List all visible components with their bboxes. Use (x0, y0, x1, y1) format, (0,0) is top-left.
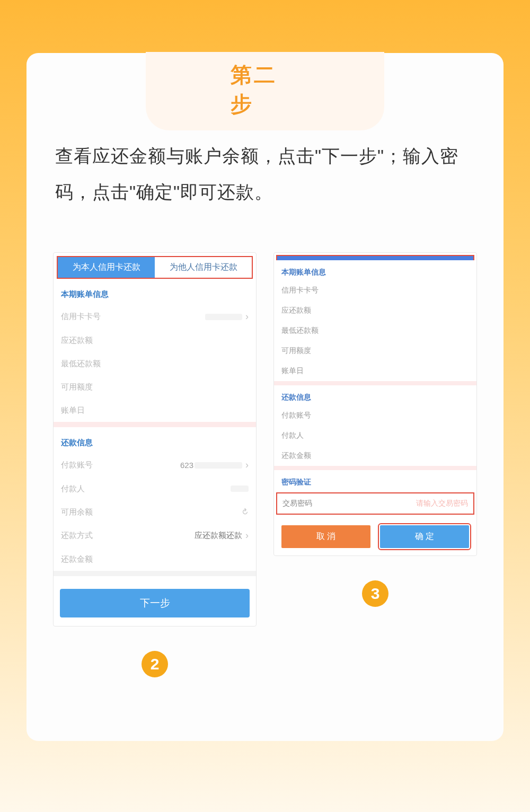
row-card-number: 信用卡卡号 (274, 280, 476, 301)
section-repay-info: 还款信息 (54, 427, 256, 453)
screenshot-3: 本期账单信息 信用卡卡号 应还款额 最低还款额 可用额度 账单日 还款信息 付款… (273, 252, 477, 677)
due-amount-label: 应还款额 (61, 336, 249, 346)
row-avail-credit: 可用额度 (54, 375, 256, 399)
button-row: 取 消 确 定 (274, 515, 476, 555)
bill-day-label: 账单日 (281, 366, 304, 376)
card-number-label: 信用卡卡号 (61, 312, 205, 322)
divider (274, 466, 476, 470)
header-bar (276, 255, 474, 260)
chevron-right-icon: › (245, 460, 249, 471)
repay-method-value: 应还款额还款 (195, 531, 242, 541)
phone-left: 为本人信用卡还款 为他人信用卡还款 本期账单信息 信用卡卡号 › 应还款额 最低… (53, 252, 257, 626)
row-due-amount: 应还款额 (274, 301, 476, 321)
screenshot-2: 为本人信用卡还款 为他人信用卡还款 本期账单信息 信用卡卡号 › 应还款额 最低… (53, 252, 257, 677)
due-amount-label: 应还款额 (281, 306, 311, 315)
next-button[interactable]: 下一步 (60, 589, 250, 617)
row-bill-day: 账单日 (54, 399, 256, 422)
divider (274, 381, 476, 385)
section-bill-info: 本期账单信息 (54, 279, 256, 305)
phone-right: 本期账单信息 信用卡卡号 应还款额 最低还款额 可用额度 账单日 还款信息 付款… (273, 252, 477, 556)
row-repay-amount: 还款金额 (54, 548, 256, 571)
repay-tabs: 为本人信用卡还款 为他人信用卡还款 (57, 256, 253, 279)
tab-self-card[interactable]: 为本人信用卡还款 (58, 257, 155, 278)
refresh-icon[interactable]: ↻ (240, 506, 251, 518)
avail-balance-label: 可用余额 (61, 507, 238, 517)
avail-credit-label: 可用额度 (61, 382, 249, 392)
row-bill-day: 账单日 (274, 361, 476, 381)
section-repay-info: 还款信息 (274, 385, 476, 405)
row-min-due: 最低还款额 (54, 352, 256, 375)
instruction-card: 第二步 查看应还金额与账户余额，点击"下一步"；输入密码，点击"确定"即可还款。… (26, 53, 504, 741)
row-payer: 付款人 (274, 426, 476, 446)
row-pay-account[interactable]: 付款账号 623 › (54, 453, 256, 477)
row-card-number[interactable]: 信用卡卡号 › (54, 305, 256, 329)
tab-other-card[interactable]: 为他人信用卡还款 (155, 257, 252, 278)
step-circle-2: 2 (142, 651, 168, 677)
password-placeholder: 请输入交易密码 (312, 499, 468, 508)
payer-label: 付款人 (61, 484, 231, 494)
step-circle-3: 3 (362, 580, 388, 607)
section-password-verify: 密码验证 (274, 470, 476, 490)
password-label: 交易密码 (282, 499, 312, 508)
repay-amount-label: 还款金额 (281, 451, 311, 461)
transaction-password-field[interactable]: 交易密码 请输入交易密码 (276, 492, 474, 515)
min-due-label: 最低还款额 (61, 359, 249, 369)
repay-amount-label: 还款金额 (61, 554, 249, 564)
pay-account-masked (195, 462, 242, 469)
divider (54, 571, 256, 576)
divider (54, 422, 256, 427)
chevron-right-icon: › (245, 530, 249, 541)
card-number-label: 信用卡卡号 (281, 286, 319, 295)
repay-method-label: 还款方式 (61, 531, 195, 541)
chevron-right-icon: › (245, 311, 249, 322)
cancel-button[interactable]: 取 消 (281, 525, 370, 548)
payer-label: 付款人 (281, 431, 304, 440)
row-avail-credit: 可用额度 (274, 341, 476, 361)
section-bill-info: 本期账单信息 (274, 260, 476, 280)
min-due-label: 最低还款额 (281, 326, 319, 336)
row-pay-account: 付款账号 (274, 405, 476, 426)
step-title-tab: 第二步 (146, 52, 384, 130)
payer-masked (231, 486, 249, 492)
pay-account-label: 付款账号 (281, 411, 311, 420)
screenshots-row: 为本人信用卡还款 为他人信用卡还款 本期账单信息 信用卡卡号 › 应还款额 最低… (53, 252, 477, 677)
pay-account-value: 623 (180, 461, 193, 470)
card-number-masked (205, 314, 242, 320)
pay-account-label: 付款账号 (61, 460, 180, 470)
row-due-amount: 应还款额 (54, 329, 256, 352)
row-repay-method[interactable]: 还款方式 应还款额还款 › (54, 524, 256, 548)
row-avail-balance: 可用余额 ↻ (54, 500, 256, 524)
row-min-due: 最低还款额 (274, 321, 476, 341)
row-repay-amount: 还款金额 (274, 446, 476, 466)
row-payer: 付款人 (54, 477, 256, 500)
instruction-text: 查看应还金额与账户余额，点击"下一步"；输入密码，点击"确定"即可还款。 (53, 138, 477, 210)
confirm-button[interactable]: 确 定 (380, 525, 469, 548)
bill-day-label: 账单日 (61, 405, 249, 416)
avail-credit-label: 可用额度 (281, 346, 311, 356)
